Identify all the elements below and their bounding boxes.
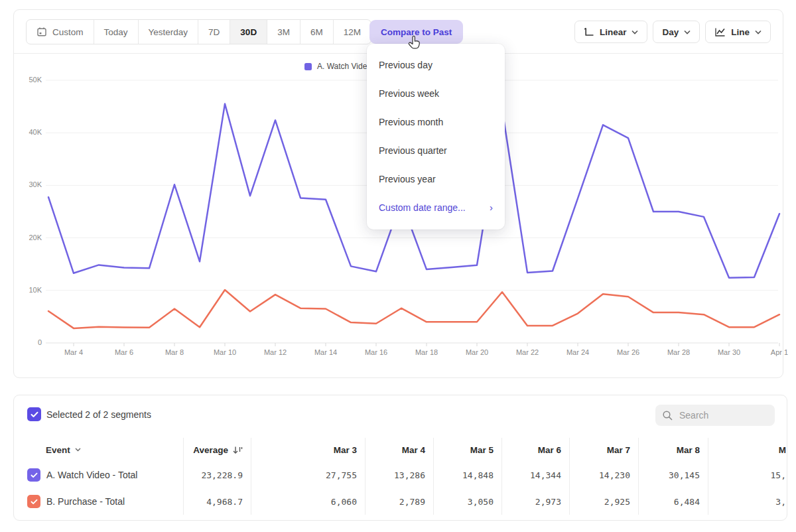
app: Custom Today Yesterday 7D 30D 3M 6M 12M … [0, 0, 796, 532]
x-axis-tick: Mar 18 [401, 348, 452, 356]
x-axis-tick: Mar 12 [250, 348, 300, 356]
date-column-header: Mar 8 [638, 438, 708, 462]
x-axis-tick: Mar 14 [300, 348, 351, 356]
date-range-30d[interactable]: 30D [230, 20, 267, 44]
cell-value: 15, [708, 462, 787, 488]
cell-value: 13,286 [365, 462, 433, 488]
menu-item-previous-week[interactable]: Previous week [367, 79, 505, 107]
search-box [655, 405, 775, 426]
date-range-3m[interactable]: 3M [267, 20, 300, 44]
date-range-12m[interactable]: 12M [333, 20, 371, 44]
menu-item-custom-date-range[interactable]: Custom date range... › [367, 193, 505, 222]
cell-value: 3,050 [433, 488, 501, 515]
date-range-custom[interactable]: Custom [27, 20, 94, 44]
segments-bar: Selected 2 of 2 segments [14, 395, 787, 434]
y-axis-tick: 50K [19, 76, 42, 84]
x-axis-tick: Mar 24 [553, 348, 603, 356]
x-axis-tick: Mar 22 [502, 348, 553, 356]
menu-item-previous-year[interactable]: Previous year [367, 165, 505, 193]
x-axis-tick: Mar 16 [351, 348, 401, 356]
calendar-icon [36, 27, 47, 37]
table-row-watch-video[interactable]: A. Watch Video - Total [27, 462, 183, 488]
search-input[interactable] [679, 410, 759, 421]
y-axis-tick: 30K [19, 180, 42, 188]
cell-value: 14,344 [501, 462, 569, 488]
search-icon [662, 410, 673, 421]
cell-value: 2,789 [365, 488, 433, 515]
select-all-checkbox[interactable] [27, 407, 41, 421]
date-range-7d[interactable]: 7D [198, 20, 230, 44]
average-column-header[interactable]: Average [183, 438, 251, 462]
y-axis-tick: 0 [19, 338, 42, 346]
y-axis-tick: 20K [19, 233, 42, 241]
chevron-down-icon [631, 30, 638, 34]
compare-menu: Previous day Previous week Previous mont… [367, 44, 505, 230]
cell-value: 6,060 [251, 488, 365, 515]
x-axis-tick: Apr 1 [754, 348, 796, 356]
chevron-down-icon [75, 448, 81, 452]
date-column-header: Mar 7 [569, 438, 638, 462]
date-column-header: Mar 3 [251, 438, 365, 462]
x-axis-tick: Mar 20 [452, 348, 502, 356]
legend-label: A. Watch Vide [317, 62, 367, 71]
sort-descending-icon [233, 446, 243, 454]
x-axis-tick: Mar 8 [149, 348, 200, 356]
cell-value: 27,755 [251, 462, 365, 488]
date-column-header: M [708, 438, 787, 462]
selected-segments-text: Selected 2 of 2 segments [46, 409, 151, 420]
x-axis-tick: Mar 30 [704, 348, 754, 356]
chevron-down-icon [755, 30, 762, 34]
cell-value: 14,848 [433, 462, 501, 488]
date-range-yesterday[interactable]: Yesterday [138, 20, 198, 44]
cell-value: 3, [708, 488, 787, 515]
line-chart-icon [714, 27, 726, 37]
y-axis-tick: 40K [19, 128, 42, 136]
check-icon [31, 499, 38, 505]
date-range-label: Custom [52, 27, 84, 37]
linear-axis-icon [584, 27, 594, 37]
cell-average: 23,228.9 [183, 462, 251, 488]
table-row-purchase[interactable]: B. Purchase - Total [27, 488, 183, 515]
cell-value: 14,230 [569, 462, 638, 488]
y-axis-tick: 10K [19, 286, 42, 294]
granularity-dropdown[interactable]: Day [653, 21, 700, 43]
x-axis-tick: Mar 10 [200, 348, 250, 356]
series-a-checkbox[interactable] [27, 468, 40, 482]
check-icon [31, 472, 38, 478]
x-axis-tick: Mar 4 [48, 348, 99, 356]
menu-item-previous-month[interactable]: Previous month [367, 107, 505, 136]
series-a-label: A. Watch Video - Total [46, 470, 137, 480]
cell-value: 30,145 [638, 462, 708, 488]
date-column-header: Mar 5 [433, 438, 501, 462]
x-axis-tick: Mar 26 [603, 348, 653, 356]
check-icon [31, 411, 38, 418]
menu-item-previous-day[interactable]: Previous day [367, 50, 505, 79]
cell-value: 2,973 [501, 488, 569, 515]
event-column-header[interactable]: Event [27, 438, 183, 462]
segments-card: Selected 2 of 2 segments Event Average M… [13, 395, 787, 521]
legend-swatch [304, 63, 312, 70]
date-range-picker: Custom Today Yesterday 7D 30D 3M 6M 12M [26, 19, 371, 44]
chevron-right-icon: › [490, 202, 493, 213]
menu-item-previous-quarter[interactable]: Previous quarter [367, 136, 505, 165]
hand-cursor-icon [407, 34, 421, 50]
x-axis-tick: Mar 28 [653, 348, 704, 356]
x-axis-tick: Mar 6 [99, 348, 149, 356]
date-column-header: Mar 6 [501, 438, 569, 462]
chevron-down-icon [684, 30, 691, 34]
cell-value: 2,925 [569, 488, 638, 515]
chart-legend: A. Watch Vide [304, 62, 367, 71]
cell-value: 6,484 [638, 488, 708, 515]
cell-average: 4,968.7 [183, 488, 251, 515]
date-range-today[interactable]: Today [94, 20, 138, 44]
date-column-header: Mar 4 [365, 438, 433, 462]
series-b-checkbox[interactable] [27, 495, 40, 508]
scale-dropdown[interactable]: Linear [574, 21, 648, 43]
toolbar-right: Linear Day Line [574, 21, 771, 43]
date-range-6m[interactable]: 6M [300, 20, 333, 44]
segments-table: Event Average Mar 3 Mar 4 Mar 5 Mar 6 Ma… [27, 438, 787, 515]
chart-type-dropdown[interactable]: Line [705, 21, 771, 43]
series-b-label: B. Purchase - Total [46, 496, 125, 507]
